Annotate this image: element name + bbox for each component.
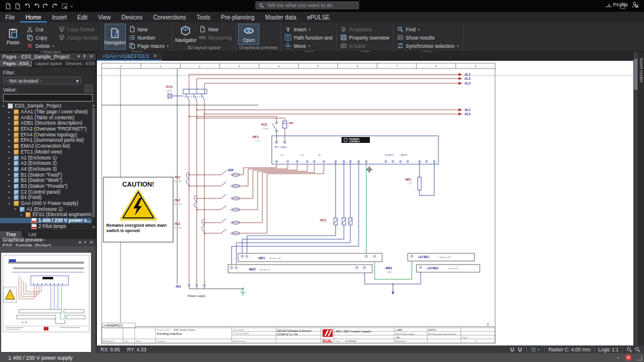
copy-button[interactable]: Copy [25, 34, 56, 41]
in-table-button[interactable]: In table [339, 42, 391, 50]
page-number-button[interactable]: Number [128, 34, 170, 41]
expand-icon[interactable]: ▸ [7, 190, 12, 194]
schematic-canvas[interactable]: 0123456789 -2L1 -2L2 -2L3 -FC1 10 A -3L1… [97, 61, 633, 345]
tree-scrollbar[interactable]: ▲ ▼ [92, 103, 96, 229]
find-button[interactable]: Find▾ [396, 25, 460, 33]
zoom-window-icon[interactable] [635, 347, 640, 353]
tab-pre-planning[interactable]: Pre-planning [216, 13, 260, 22]
insert-center-dock[interactable]: Insert center [638, 52, 644, 353]
page-navigator-button[interactable]: Navigator [105, 24, 126, 50]
tree-item[interactable]: ▸AAB1 (Table of contents) [0, 115, 96, 120]
undo-icon[interactable] [24, 3, 30, 9]
raster-indicator[interactable]: Raster C: 4.00 mm [548, 347, 590, 353]
expand-icon[interactable]: ▾ [13, 207, 18, 211]
tree-item[interactable]: ▸A1 (Enclosure 1) [0, 155, 96, 161]
scroll-down-icon[interactable]: ▼ [92, 226, 96, 229]
editor-vertical-scrollbar[interactable] [633, 52, 638, 345]
expand-icon[interactable]: ▸ [7, 178, 12, 183]
collapse-icon[interactable]: ▾ [617, 356, 619, 360]
profile-button[interactable]: ▴ Profile [608, 1, 638, 8]
properties-button[interactable]: Properties [339, 25, 391, 33]
text-move-button[interactable]: Move▾ [284, 42, 334, 50]
undo-list-icon[interactable] [33, 3, 40, 9]
panel-close-icon[interactable]: ✕ [89, 54, 93, 59]
tab-edit[interactable]: Edit [72, 13, 93, 22]
tab-view[interactable]: View [93, 13, 116, 22]
tab-pages[interactable]: Pages - ESS_Sa... [0, 60, 32, 67]
expand-icon[interactable]: ▾ [7, 201, 12, 206]
3d-navigator-button[interactable]: Navigator [175, 24, 196, 45]
tree-item[interactable]: 2 Pilot lamps [0, 223, 96, 229]
redo-icon[interactable] [43, 3, 49, 9]
object-snap-magnet-icon[interactable] [517, 347, 523, 353]
pin-icon[interactable] [82, 54, 87, 59]
filter-more-button[interactable]: ... [84, 84, 93, 92]
path-function-text-button[interactable]: Path function text [284, 34, 334, 41]
tree-item[interactable]: ▾A1 (Enclosure 1) [0, 206, 96, 212]
synchronize-selection-button[interactable]: Synchronize selection▾ [396, 42, 460, 50]
expand-icon[interactable]: ▾ [1, 104, 6, 109]
tree-item[interactable]: ▾EFS1 (Electrical engineering sc... [0, 212, 96, 218]
cut-button[interactable]: Cut [25, 25, 56, 33]
expand-icon[interactable]: ▸ [7, 138, 12, 143]
tab-epulse[interactable]: ePULSE [302, 13, 335, 22]
expand-icon[interactable]: ▸ [7, 161, 12, 166]
expand-icon[interactable]: ▸ [7, 127, 12, 132]
grid-icon[interactable] [531, 347, 536, 353]
tree-item[interactable]: ▸EFA4 (Overview topology) [0, 132, 96, 138]
editor-tab[interactable]: =GAA+A1&EFS1/1 ✕ [97, 52, 162, 61]
zoom-in-icon[interactable] [626, 347, 632, 353]
preview-thumbnail[interactable] [1, 253, 91, 352]
3d-new-button[interactable]: New [198, 25, 233, 33]
page-macro-button[interactable]: Page macro▾ [128, 42, 170, 50]
tree-item[interactable]: ▸EMA3 (Connection list) [0, 144, 96, 149]
expand-icon[interactable]: ▾ [19, 213, 24, 217]
tree-item[interactable]: ▸EPA1 (Summarized parts list) [0, 138, 96, 144]
tree-item-selected-page[interactable]: 1 400 / 230 V power s... [0, 218, 96, 224]
expand-icon[interactable]: ▸ [7, 155, 12, 160]
expand-icon[interactable]: ▸ [7, 115, 12, 120]
select-frame-icon[interactable] [61, 3, 68, 9]
tab-insert[interactable]: Insert [47, 13, 72, 22]
tree-item[interactable]: ▸AAA1 (Title page / cover sheet) [0, 109, 96, 115]
tab-close-icon[interactable]: ✕ [153, 53, 158, 59]
tree-item[interactable]: ▸B4 (Field) [0, 195, 96, 201]
page-down-icon[interactable] [14, 3, 21, 9]
scroll-up-icon[interactable]: ▲ [92, 103, 96, 107]
snap-magnet-icon[interactable] [509, 347, 515, 353]
assign-format-button[interactable]: Assign format [57, 34, 99, 41]
grid-dropdown-icon[interactable]: ▾ [538, 347, 539, 351]
property-overview-button[interactable]: Property overview [339, 34, 391, 41]
expand-icon[interactable]: ▸ [7, 195, 12, 200]
text-insert-button[interactable]: Insert▾ [284, 25, 334, 33]
tab-home[interactable]: Home [20, 13, 47, 22]
tab-devices[interactable]: Devices [116, 13, 148, 22]
logic-scale-indicator[interactable]: Logic 1:1 [599, 347, 619, 353]
filter-dropdown[interactable]: - Not activated - ▾ [3, 77, 82, 84]
expand-icon[interactable]: ▸ [7, 172, 12, 177]
panel-menu-icon[interactable]: ▾ [79, 240, 81, 245]
copy-format-button[interactable]: Copy format [57, 25, 99, 33]
tree-item[interactable]: ▸ADB1 (Structure description) [0, 120, 96, 126]
expand-icon[interactable]: ▸ [7, 149, 12, 154]
resize-grip-icon[interactable] [636, 355, 642, 361]
measuring-button[interactable]: Measuring [198, 34, 233, 41]
expand-icon[interactable]: ▸ [7, 110, 12, 115]
expand-icon[interactable]: ▸ [7, 184, 12, 188]
tree-item[interactable]: ▸B2 (Station "Work") [0, 178, 96, 184]
expand-icon[interactable]: ▸ [7, 121, 12, 126]
page-new-button[interactable]: New [128, 25, 170, 33]
expand-icon[interactable]: ▸ [7, 167, 12, 171]
paste-button[interactable]: Paste [2, 24, 24, 50]
tree-item[interactable]: ▸EFA2 (Overview "PROFINET") [0, 126, 96, 132]
panel-menu-icon[interactable]: ▾ [77, 54, 80, 59]
tree-item[interactable]: ▸B1 (Station "Feed") [0, 172, 96, 178]
tab-master-data[interactable]: Master data [260, 13, 302, 22]
tab-layout-space[interactable]: Layout space - ... [32, 60, 63, 67]
delete-button[interactable]: Delete▾ [25, 42, 56, 50]
tab-file[interactable]: File [0, 13, 20, 22]
redo-list-icon[interactable] [52, 3, 58, 9]
panel-close-icon[interactable]: ✕ [89, 240, 93, 245]
error-badge-icon[interactable]: ✕ [625, 354, 632, 361]
expand-icon[interactable]: ▸ [7, 144, 12, 149]
